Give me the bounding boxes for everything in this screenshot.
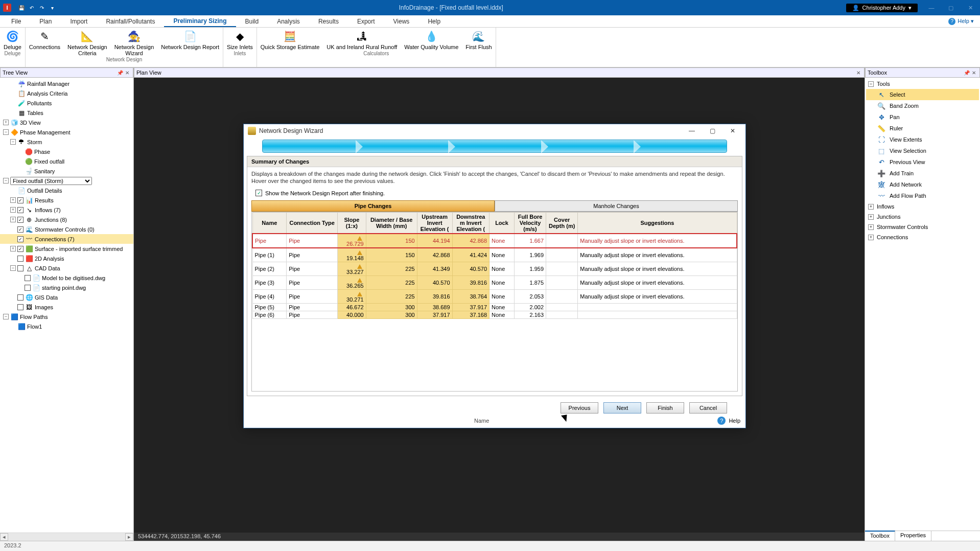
close-icon[interactable]: ✕ — [970, 70, 977, 76]
menu-build[interactable]: Build — [236, 16, 268, 27]
dialog-maximize-button[interactable]: ▢ — [704, 127, 721, 134]
toolbox-item-select[interactable]: ↖Select — [866, 89, 979, 100]
column-header[interactable]: Suggestions — [578, 213, 737, 234]
expand-icon[interactable]: − — [10, 265, 16, 271]
tree-node[interactable]: 🟢Fixed outfall — [0, 156, 133, 166]
toolbox-item-add-train[interactable]: ➕Add Train — [866, 168, 979, 179]
column-header[interactable]: Connection Type — [287, 213, 338, 234]
toolbox-category[interactable]: + Junctions — [866, 212, 979, 222]
tree-node[interactable]: 📄starting point.dwg — [0, 283, 133, 292]
undo-icon[interactable]: ↶ — [28, 4, 36, 12]
close-icon[interactable]: ✕ — [855, 70, 862, 76]
column-header[interactable]: Downstream InvertElevation ( — [452, 213, 489, 234]
tree-node[interactable]: −🔶Phase Management — [0, 127, 133, 137]
close-icon[interactable]: ✕ — [124, 70, 131, 76]
maximize-button[interactable]: ▢ — [944, 5, 958, 11]
ribbon-deluge[interactable]: 🌀Deluge — [0, 28, 25, 50]
checkbox-icon[interactable]: ✓ — [17, 207, 24, 213]
toolbox-tab-properties[interactable]: Properties — [895, 531, 931, 541]
tree-node[interactable]: ☔Rainfall Manager — [0, 79, 133, 88]
pin-icon[interactable]: 📌 — [963, 70, 970, 76]
expand-icon[interactable]: − — [3, 129, 9, 135]
checkbox-icon[interactable] — [25, 275, 31, 281]
toolbox-item-view-extents[interactable]: ⛶View Extents — [866, 134, 979, 145]
expand-icon[interactable]: + — [10, 207, 16, 213]
ribbon-quick-storage-estimate[interactable]: 🧮Quick Storage Estimate — [257, 28, 323, 50]
column-header[interactable]: Name — [252, 213, 287, 234]
ribbon-size-inlets[interactable]: ◆Size Inlets — [223, 28, 256, 50]
expand-icon[interactable]: + — [10, 197, 16, 203]
menu-help[interactable]: Help — [418, 16, 450, 27]
tree-body[interactable]: ☔Rainfall Manager📋Analysis Criteria🧪Poll… — [0, 78, 133, 533]
changes-tab-manhole-changes[interactable]: Manhole Changes — [495, 200, 738, 212]
column-header[interactable]: CoverDepth (m) — [546, 213, 578, 234]
column-header[interactable]: Full BoreVelocity(m/s) — [514, 213, 546, 234]
tree-node[interactable]: 🌐GIS Data — [0, 292, 133, 302]
menu-plan[interactable]: Plan — [30, 16, 61, 27]
tree-node[interactable]: −🌩Storm — [0, 137, 133, 147]
tree-node[interactable]: +✓🟩Surface - imported surface trimmed — [0, 244, 133, 254]
tree-horizontal-scrollbar[interactable]: ◂▸ — [0, 533, 133, 541]
table-row[interactable]: Pipe (4)Pipe30.27122539.81638.764None2.0… — [252, 290, 737, 304]
phase-select[interactable]: Fixed outfall (Storm) — [10, 177, 92, 185]
previous-button[interactable]: Previous — [561, 402, 598, 414]
tree-node[interactable]: −Fixed outfall (Storm) — [0, 176, 133, 186]
expand-icon[interactable]: + — [10, 217, 16, 222]
toolbox-category[interactable]: − Tools — [866, 79, 979, 89]
column-header[interactable]: Lock — [489, 213, 515, 234]
changes-tab-pipe-changes[interactable]: Pipe Changes — [251, 200, 495, 212]
menu-analysis[interactable]: Analysis — [268, 16, 309, 27]
table-row[interactable]: PipePipe26.72915044.19442.868None1.667Ma… — [252, 234, 737, 248]
expand-icon[interactable]: − — [10, 139, 16, 145]
tree-node[interactable]: 📄Model to be digitised.dwg — [0, 273, 133, 283]
expand-icon[interactable]: − — [3, 178, 9, 183]
checkbox-icon[interactable] — [17, 294, 24, 301]
menu-import[interactable]: Import — [61, 16, 97, 27]
menu-file[interactable]: File — [2, 16, 30, 27]
checkbox-icon[interactable] — [17, 304, 24, 310]
toolbox-item-pan[interactable]: ✥Pan — [866, 111, 979, 123]
tree-node[interactable]: +✓📊Results — [0, 195, 133, 205]
menu-results[interactable]: Results — [309, 16, 348, 27]
tree-node[interactable]: ✓〰Connections (7) — [0, 234, 133, 244]
table-row[interactable]: Pipe (6)Pipe40.00030037.91737.168None2.1… — [252, 311, 737, 319]
tree-node[interactable]: ✓🌊Stormwater Controls (0) — [0, 224, 133, 234]
menu-preliminary-sizing[interactable]: Preliminary Sizing — [164, 16, 236, 27]
show-report-checkbox[interactable]: ✓ Show the Network Design Report after f… — [247, 188, 742, 200]
table-row[interactable]: Pipe (3)Pipe36.26522540.57039.816None1.8… — [252, 276, 737, 290]
save-icon[interactable]: 💾 — [17, 4, 26, 12]
user-menu[interactable]: 👤 Christopher Addy ▾ — [846, 4, 918, 12]
column-header[interactable]: UpstreamInvertElevation ( — [417, 213, 452, 234]
toolbox-item-ruler[interactable]: 📏Ruler — [866, 123, 979, 134]
column-header[interactable]: Slope(1:x) — [338, 213, 366, 234]
ribbon-network-design-report[interactable]: 📄Network Design Report — [157, 28, 223, 56]
table-row[interactable]: Pipe (5)Pipe46.67230038.68937.917None2.0… — [252, 304, 737, 311]
changes-table[interactable]: NameConnection TypeSlope(1:x)Diameter / … — [251, 212, 738, 392]
toolbox-item-view-selection[interactable]: ⬚View Selection — [866, 145, 979, 156]
toolbox-tab-toolbox[interactable]: Toolbox — [865, 531, 895, 541]
redo-icon[interactable]: ↷ — [38, 4, 46, 12]
table-row[interactable]: Pipe (2)Pipe33.22722541.34940.570None1.9… — [252, 262, 737, 276]
tree-node[interactable]: 📋Analysis Criteria — [0, 88, 133, 98]
expand-icon[interactable]: − — [3, 314, 9, 319]
ribbon-water-quality-volume[interactable]: 💧Water Quality Volume — [401, 28, 462, 50]
checkbox-icon[interactable]: ✓ — [17, 236, 24, 242]
cancel-button[interactable]: Cancel — [689, 402, 727, 414]
tree-node[interactable]: +🧊3D View — [0, 118, 133, 127]
tree-node[interactable]: −△CAD Data — [0, 263, 133, 273]
tree-node[interactable]: +✓⊕Junctions (8) — [0, 215, 133, 224]
toolbox-item-band-zoom[interactable]: 🔍Band Zoom — [866, 100, 979, 111]
dialog-minimize-button[interactable]: ― — [683, 127, 701, 134]
table-row[interactable]: Pipe (1)Pipe19.14815042.86841.424None1.9… — [252, 248, 737, 262]
tree-node[interactable]: 📄Outfall Details — [0, 186, 133, 195]
toolbox-item-add-network[interactable]: 🕸Add Network — [866, 179, 979, 190]
ribbon-uk-and-ireland-rural-runoff[interactable]: 🏞UK and Ireland Rural Runoff — [323, 28, 401, 50]
help-link[interactable]: ? Help ▾ — [948, 18, 978, 25]
help-icon[interactable]: ? — [717, 417, 726, 425]
checkbox-icon[interactable] — [17, 265, 24, 271]
toolbox-item-add-flow-path[interactable]: 〰Add Flow Path — [866, 190, 979, 201]
close-button[interactable]: ✕ — [964, 5, 977, 11]
menu-export[interactable]: Export — [348, 16, 384, 27]
checkbox-icon[interactable]: ✓ — [17, 217, 24, 223]
dialog-close-button[interactable]: ✕ — [724, 127, 741, 134]
